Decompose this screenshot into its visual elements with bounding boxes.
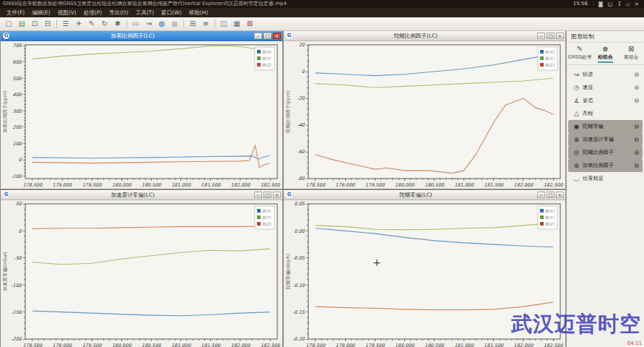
sidebar-item-轨迹[interactable]: ↝轨迹⊖ <box>568 68 643 81</box>
export-icon[interactable]: ⇥ <box>143 19 155 29</box>
sidebar-item-加表比例因子[interactable]: ⊛加表比例因子⊖ <box>568 159 643 172</box>
minimize-button[interactable]: ‒ <box>254 33 262 39</box>
svg-text:181,000: 181,000 <box>171 182 191 188</box>
maximize-button[interactable]: □ <box>547 33 554 39</box>
video-end-time: 04:11 <box>627 340 642 346</box>
sidebar-title: 图形绘制 <box>567 30 644 43</box>
minimize-button[interactable]: ‒ <box>537 192 545 198</box>
open-file-icon[interactable]: ▤ <box>16 19 27 29</box>
sidebar-tabs: ✎GNSS处理⊕松组合⊠紧组合 <box>567 43 644 65</box>
svg-text:300: 300 <box>13 108 22 114</box>
chart-plot[interactable]: 500-50-100-150-200178,500179,000179,5001… <box>1 200 282 347</box>
visibility-toggle-icon[interactable]: ⊖ <box>634 71 639 78</box>
video-titlebar: GNSS组合导航数据后处理GNSS卫星定位松组合松耦合紧组合紧耦合纯国产替代In… <box>0 0 644 8</box>
toolbar-separator <box>183 20 184 28</box>
item-icon: ◡ <box>572 175 581 182</box>
menu-item[interactable]: 帮助(H) <box>186 8 212 17</box>
chart-plot[interactable]: 200-20-40-60-80178,500179,000179,500180,… <box>284 41 565 189</box>
menu-item[interactable]: 文件(F) <box>3 8 28 17</box>
menu-item[interactable]: 工具(T) <box>132 8 157 17</box>
sidebar-item-加速度计零偏[interactable]: ⊕加速度计零偏⊖ <box>568 133 643 146</box>
new-file-icon[interactable]: ▢ <box>3 19 14 29</box>
sidebar-item-高程[interactable]: △高程 <box>568 107 643 120</box>
tab-松组合[interactable]: ⊕松组合 <box>593 45 619 63</box>
globe-icon[interactable]: ◍ <box>156 19 167 29</box>
app-logo-icon: G <box>286 192 292 198</box>
process-icon[interactable]: ✱ <box>112 19 123 29</box>
svg-text:181,000: 181,000 <box>454 343 474 347</box>
visibility-toggle-icon[interactable]: ⊖ <box>634 84 639 91</box>
mdi-area: G加表比例因子(LC)‒□×7006005004003002001000-100… <box>0 30 566 347</box>
close-button[interactable]: × <box>273 33 281 39</box>
close-button[interactable]: × <box>273 192 281 198</box>
item-icon: △ <box>572 110 581 117</box>
svg-text:400: 400 <box>13 92 22 98</box>
chart-plot[interactable]: 7006005004003002001000-100178,500179,000… <box>1 41 282 189</box>
popup-icon[interactable]: ▱ <box>626 1 630 7</box>
chart-window-加表比例因子(LC): G加表比例因子(LC)‒□×7006005004003002001000-100… <box>0 30 283 189</box>
close-button[interactable]: × <box>556 192 564 198</box>
sidebar-item-陀螺零偏[interactable]: ◉陀螺零偏⊖ <box>568 120 643 133</box>
window-title: 陀螺零偏(LC) <box>295 192 537 199</box>
edit-icon[interactable]: ✎ <box>86 19 97 29</box>
sidebar-item-速度[interactable]: ◷速度⊖ <box>568 81 643 94</box>
tab-紧组合[interactable]: ⊠紧组合 <box>618 45 644 63</box>
svg-text:B(X): B(X) <box>262 209 271 213</box>
tab-GNSS处理[interactable]: ✎GNSS处理 <box>567 45 593 63</box>
svg-text:B(Y): B(Y) <box>545 215 554 220</box>
sidebar-item-姿态[interactable]: ∡姿态⊖ <box>568 94 643 107</box>
svg-text:0.05: 0.05 <box>295 201 305 207</box>
refresh-icon[interactable]: ↻ <box>99 19 110 29</box>
close-icon[interactable]: × <box>635 1 639 7</box>
menu-item[interactable]: 处理(P) <box>80 8 105 17</box>
svg-text:-0.15: -0.15 <box>292 309 305 315</box>
svg-text:182,000: 182,000 <box>231 182 251 188</box>
visibility-toggle-icon[interactable]: ⊖ <box>634 97 639 104</box>
sidebar-item-陀螺比例因子[interactable]: ◎陀螺比例因子⊖ <box>568 146 643 159</box>
minimize-button[interactable]: ‒ <box>254 192 262 198</box>
visibility-toggle-icon[interactable]: ⊖ <box>634 149 639 156</box>
screen-icon[interactable]: ▭ <box>130 19 142 29</box>
visibility-toggle-icon[interactable]: ⊖ <box>634 136 639 143</box>
svg-text:178,500: 178,500 <box>22 343 43 347</box>
maximize-button[interactable]: □ <box>547 192 554 198</box>
svg-text:0.00: 0.00 <box>295 228 305 234</box>
tab-label: 紧组合 <box>624 54 638 60</box>
doc-help-icon[interactable]: ⊡ <box>29 19 40 29</box>
book-icon[interactable]: ◫ <box>218 19 230 29</box>
rings-icon[interactable]: ◎ <box>169 19 180 29</box>
panel-rows-icon[interactable]: ≡ <box>200 19 212 29</box>
send-icon[interactable]: ✈ <box>73 19 84 29</box>
window-titlebar[interactable]: G加表比例因子(LC)‒□× <box>1 31 282 41</box>
svg-text:180,000: 180,000 <box>395 343 415 347</box>
sidebar-item-位置精度[interactable]: ◡位置精度 <box>568 172 643 185</box>
maximize-button[interactable]: □ <box>264 192 271 198</box>
menu-item[interactable]: 编辑(E) <box>28 8 54 17</box>
menu-item[interactable]: 导出(O) <box>105 8 132 17</box>
visibility-toggle-icon[interactable]: ⊖ <box>634 123 639 130</box>
menu-item[interactable]: 窗口(W) <box>157 8 185 17</box>
close-button[interactable]: × <box>556 33 564 39</box>
menu-item[interactable]: 视图(V) <box>54 8 80 17</box>
app-logo-icon: G <box>3 192 9 198</box>
svg-text:179,000: 179,000 <box>336 343 356 347</box>
svg-text:-0.20: -0.20 <box>292 336 305 342</box>
svg-text:182,500: 182,500 <box>261 182 281 188</box>
list-icon[interactable]: ☰ <box>60 19 71 29</box>
panel-grid-icon[interactable]: ⊞ <box>187 19 199 29</box>
maximize-button[interactable]: □ <box>264 33 271 39</box>
pip-icon[interactable]: ◱ <box>608 1 613 7</box>
window-titlebar[interactable]: G陀螺零偏(LC)‒□× <box>284 190 565 200</box>
screenshot-icon[interactable]: ◙ <box>598 1 603 7</box>
svg-text:B(Y): B(Y) <box>262 56 271 61</box>
minimize-button[interactable]: ‒ <box>537 33 545 39</box>
window-titlebar[interactable]: G加速度计零偏(LC)‒□× <box>1 190 282 200</box>
menu-bar: 文件(F)编辑(E)视图(V)处理(P)导出(O)工具(T)窗口(W)帮助(H) <box>0 8 644 17</box>
tile-windows-icon[interactable]: ▦ <box>231 19 243 29</box>
window-titlebar[interactable]: G陀螺比例因子(LC)‒□× <box>284 31 565 41</box>
close-window-icon[interactable]: ⊠ <box>244 19 256 29</box>
pin-icon[interactable]: ↧ <box>617 1 622 7</box>
item-icon: ◎ <box>572 149 581 156</box>
doc-run-icon[interactable]: ⊟ <box>42 19 53 29</box>
visibility-toggle-icon[interactable]: ⊖ <box>634 162 639 169</box>
